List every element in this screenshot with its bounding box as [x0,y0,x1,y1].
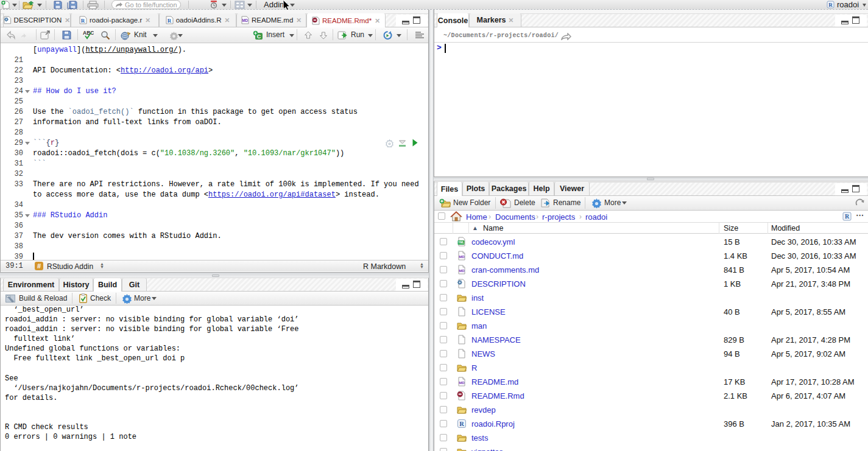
svg-text:YML: YML [458,241,464,244]
svg-text:R: R [167,18,171,24]
svg-text:R: R [81,18,85,24]
svg-text:MD: MD [459,380,465,385]
svg-text:R: R [845,213,850,220]
svg-text:ABC: ABC [83,30,94,36]
svg-text:MD: MD [242,18,248,23]
svg-text:C: C [257,33,261,40]
svg-text:MD: MD [459,254,465,259]
svg-text:R: R [828,2,833,8]
svg-text:MD: MD [459,268,465,273]
svg-text:R: R [459,421,464,427]
